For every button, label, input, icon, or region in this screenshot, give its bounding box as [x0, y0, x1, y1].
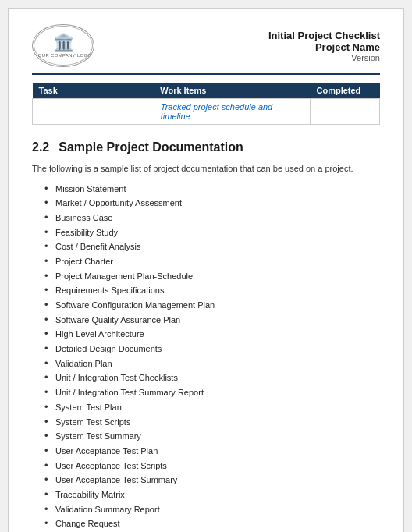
- list-item: User Acceptance Test Plan: [44, 444, 380, 459]
- list-item: Feasibility Study: [44, 225, 380, 240]
- list-item: User Acceptance Test Scripts: [44, 459, 380, 473]
- list-item: Project Management Plan-Schedule: [44, 269, 380, 284]
- list-item: User Acceptance Test Summary: [44, 473, 380, 488]
- list-item: Business Case: [44, 211, 380, 225]
- header: 🏛️ YOUR COMPANY LOGO Initial Project Che…: [32, 24, 380, 75]
- list-item: Software Quality Assurance Plan: [44, 313, 380, 328]
- list-item: High-Level Architecture: [44, 327, 380, 342]
- list-item: Requirements Specifications: [44, 283, 380, 298]
- list-item: System Test Scripts: [44, 415, 380, 430]
- task-table: Task Work Items Completed Tracked projec…: [32, 83, 380, 125]
- table-cell-work: Tracked project schedule and timeline.: [154, 99, 310, 125]
- list-item: Market / Opportunity Assessment: [44, 196, 380, 211]
- header-right: Initial Project Checklist Project Name V…: [268, 30, 380, 62]
- table-header-work: Work Items: [154, 83, 310, 99]
- logo-inner: 🏛️ YOUR COMPANY LOGO: [34, 26, 93, 66]
- work-item-link[interactable]: Tracked project schedule and timeline.: [161, 102, 273, 121]
- list-item: Traceability Matrix: [44, 488, 380, 502]
- header-title-line1: Initial Project Checklist: [268, 30, 380, 41]
- table-cell-task: [33, 99, 154, 125]
- list-item: Validation Summary Report: [44, 502, 380, 517]
- table-header-completed: Completed: [311, 83, 380, 99]
- logo-text: YOUR COMPANY LOGO: [35, 53, 92, 58]
- list-item: Project Charter: [44, 254, 380, 269]
- section-intro: The following is a sample list of projec…: [32, 162, 380, 176]
- table-cell-completed: [311, 99, 380, 125]
- doc-list: Mission StatementMarket / Opportunity As…: [32, 182, 380, 533]
- header-title-line2: Project Name: [268, 41, 380, 53]
- table-row: Tracked project schedule and timeline.: [33, 99, 380, 125]
- list-item: System Test Summary: [44, 429, 380, 444]
- list-item: Detailed Design Documents: [44, 342, 380, 356]
- logo: 🏛️ YOUR COMPANY LOGO: [32, 24, 94, 67]
- list-item: Cost / Benefit Analysis: [44, 239, 380, 254]
- list-item: Software Configuration Management Plan: [44, 298, 380, 313]
- table-header-task: Task: [33, 83, 154, 99]
- list-item: Change Request: [44, 516, 380, 531]
- logo-icon: 🏛️: [53, 34, 74, 51]
- section-number: 2.2: [32, 140, 49, 154]
- page: 🏛️ YOUR COMPANY LOGO Initial Project Che…: [8, 8, 404, 532]
- section-title: Sample Project Documentation: [59, 140, 243, 154]
- list-item: Unit / Integration Test Checklists: [44, 371, 380, 385]
- list-item: System Test Plan: [44, 400, 380, 415]
- section-header: 2.2 Sample Project Documentation: [32, 140, 380, 154]
- list-item: Validation Plan: [44, 356, 380, 371]
- list-item: Unit / Integration Test Summary Report: [44, 385, 380, 400]
- header-version: Version: [268, 53, 380, 62]
- list-item: Mission Statement: [44, 182, 380, 197]
